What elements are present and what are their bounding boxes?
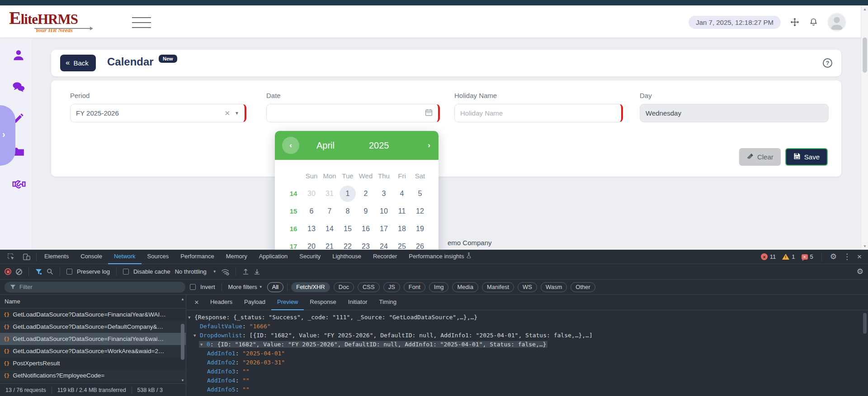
calendar-icon[interactable]	[425, 109, 433, 118]
kebab-menu-icon[interactable]: ⋮	[843, 253, 851, 261]
calendar-day[interactable]: 10	[375, 203, 393, 219]
calendar-day[interactable]: 3	[375, 186, 393, 202]
disclosure-triangle-icon[interactable]: ▼	[188, 313, 194, 322]
name-column-header[interactable]: Name	[0, 295, 186, 308]
filter-pill-all[interactable]: All	[267, 282, 283, 292]
sidebar-item-handshake[interactable]	[12, 177, 25, 190]
datepicker-month[interactable]: April	[316, 140, 335, 151]
filter-pill-img[interactable]: Img	[429, 282, 449, 292]
detail-tab-timing[interactable]: Timing	[373, 295, 403, 310]
filter-funnel-icon[interactable]	[35, 268, 42, 275]
app-logo[interactable]: EliteHRMS Your HR Needs	[9, 7, 78, 34]
calendar-day[interactable]: 31	[321, 186, 339, 202]
devtools-tab-application[interactable]: Application	[253, 250, 294, 264]
calendar-day[interactable]: 9	[357, 203, 375, 219]
clear-network-log-icon[interactable]	[16, 269, 22, 275]
filter-pill-js[interactable]: JS	[383, 282, 400, 292]
filter-pill-other[interactable]: Other	[571, 282, 595, 292]
page-scrollbar[interactable]: ▲ ▼	[861, 5, 868, 250]
detail-tab-initiator[interactable]: Initiator	[342, 295, 373, 310]
disable-cache-label[interactable]: Disable cache	[133, 268, 170, 275]
disclosure-triangle-icon[interactable]: ▼	[193, 331, 200, 340]
issues-badge[interactable]: × 5	[802, 253, 813, 260]
inspect-element-icon[interactable]	[4, 253, 19, 261]
sidebar-item-person[interactable]	[12, 48, 25, 62]
clear-selection-icon[interactable]: ✕	[220, 109, 235, 117]
filter-pill-manifest[interactable]: Manifest	[482, 282, 514, 292]
help-icon[interactable]: ?	[823, 58, 832, 68]
devtools-tab-elements[interactable]: Elements	[38, 250, 75, 264]
filter-input[interactable]: Filter	[5, 282, 185, 293]
request-row[interactable]: {}GetLoadDataSource?DataSource=Financial…	[0, 333, 186, 345]
holiday-name-input[interactable]	[460, 104, 616, 122]
calendar-day[interactable]: 14	[321, 221, 339, 237]
invert-checkbox[interactable]	[190, 284, 196, 290]
calendar-day[interactable]: 6	[302, 203, 321, 219]
calendar-day[interactable]: 22	[339, 238, 357, 250]
hamburger-menu-icon[interactable]	[132, 17, 151, 32]
chevron-down-icon[interactable]: ▼	[235, 111, 239, 116]
scroll-down-arrow[interactable]: ▼	[179, 377, 186, 383]
detail-tab-preview[interactable]: Preview	[271, 295, 304, 310]
request-row[interactable]: {}GetLoadDataSource?DataSource=WorkArea&…	[0, 345, 186, 357]
filter-pill-fetch-xhr[interactable]: Fetch/XHR	[291, 282, 330, 292]
devtools-tab-performance[interactable]: Performance	[175, 250, 220, 264]
notifications-bell-icon[interactable]	[809, 18, 818, 27]
filter-pill-font[interactable]: Font	[404, 282, 425, 292]
calendar-day[interactable]: 16	[357, 221, 375, 237]
scroll-up-arrow[interactable]: ▲	[861, 5, 868, 13]
back-button[interactable]: « Back	[60, 55, 96, 71]
device-toolbar-icon[interactable]	[19, 253, 34, 261]
request-row[interactable]: {}PostXpertsResult	[0, 357, 186, 369]
move-arrows-icon[interactable]	[790, 17, 800, 27]
user-avatar[interactable]	[827, 13, 846, 32]
devtools-tab-memory[interactable]: Memory	[220, 250, 253, 264]
calendar-day[interactable]: 23	[357, 238, 375, 250]
detail-tab-response[interactable]: Response	[304, 295, 342, 310]
calendar-day[interactable]: 4	[393, 186, 411, 202]
calendar-day[interactable]: 19	[411, 221, 429, 237]
calendar-day[interactable]: 25	[393, 238, 411, 250]
scrollbar-thumb[interactable]	[181, 324, 184, 360]
date-input-wrap[interactable]	[266, 104, 440, 122]
json-line[interactable]: AddInfo5: ""	[186, 385, 862, 394]
detail-tab-payload[interactable]: Payload	[238, 295, 271, 310]
devtools-tab-sources[interactable]: Sources	[142, 250, 175, 264]
save-button[interactable]: Save	[785, 148, 828, 166]
export-har-icon[interactable]	[254, 268, 260, 275]
preview-scrollbar[interactable]	[862, 311, 868, 396]
filter-pill-ws[interactable]: WS	[518, 282, 537, 292]
calendar-day[interactable]: 20	[302, 238, 321, 250]
filter-pill-wasm[interactable]: Wasm	[541, 282, 567, 292]
date-input[interactable]	[272, 104, 425, 122]
network-conditions-icon[interactable]	[221, 268, 229, 275]
holiday-name-input-wrap[interactable]	[454, 104, 623, 122]
clear-button[interactable]: Clear	[739, 148, 781, 166]
calendar-day[interactable]: 12	[411, 203, 429, 219]
request-list-scrollbar[interactable]: ▲ ▼	[179, 296, 186, 383]
calendar-day[interactable]: 15	[339, 221, 357, 237]
scroll-up-arrow[interactable]: ▲	[179, 296, 186, 302]
detail-tab-headers[interactable]: Headers	[204, 295, 238, 310]
throttling-select[interactable]: No throttling ▼	[175, 268, 217, 275]
calendar-day[interactable]: 11	[393, 203, 411, 219]
close-detail-icon[interactable]: ×	[189, 298, 204, 307]
filter-pill-css[interactable]: CSS	[358, 282, 380, 292]
request-row[interactable]: {}GetNotifications?EmployeeCode=	[0, 369, 186, 382]
devtools-tab-security[interactable]: Security	[293, 250, 326, 264]
devtools-tab-console[interactable]: Console	[75, 250, 108, 264]
calendar-day[interactable]: 26	[411, 238, 429, 250]
disclosure-triangle-icon[interactable]: ▼	[200, 340, 207, 349]
calendar-day[interactable]: 7	[321, 203, 339, 219]
calendar-day[interactable]: 18	[393, 221, 411, 237]
devtools-tab-network[interactable]: Network	[108, 250, 142, 264]
sidebar-expander[interactable]: ›	[0, 105, 15, 166]
request-row[interactable]: {}GetLoadDataSource?DataSource=Financial…	[0, 308, 186, 321]
console-warnings-badge[interactable]: 1	[782, 253, 795, 260]
json-line[interactable]: AddInfo3: ""	[186, 367, 862, 376]
settings-gear-icon[interactable]: ⚙	[830, 253, 837, 261]
sidebar-item-chat[interactable]	[12, 80, 25, 94]
devtools-tab-performance-insights[interactable]: Performance insights	[403, 250, 477, 264]
devtools-tab-lighthouse[interactable]: Lighthouse	[326, 250, 367, 264]
scrollbar-thumb[interactable]	[863, 37, 867, 73]
